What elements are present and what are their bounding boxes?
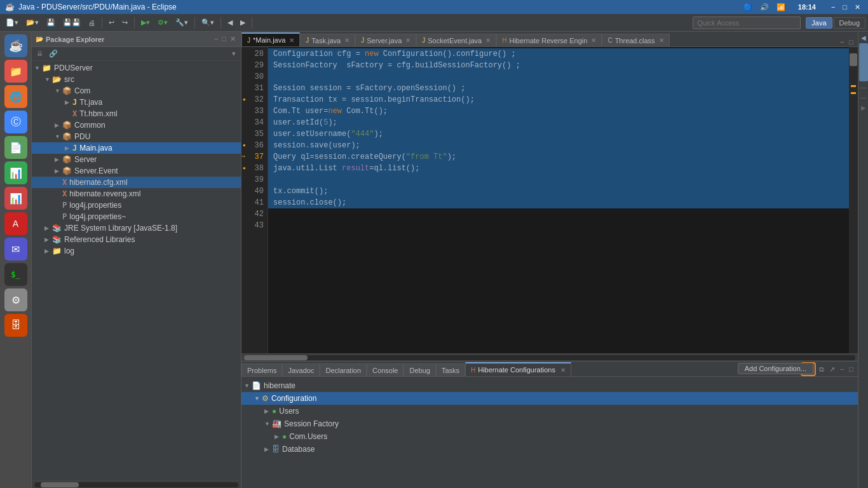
code-line-42[interactable]	[268, 208, 849, 220]
code-line-43[interactable]	[268, 220, 849, 231]
code-line-29[interactable]: SessionFactory sFactory = cfg.buildSessi…	[268, 60, 849, 71]
os-icon-doc[interactable]: 📄	[4, 136, 27, 159]
code-area[interactable]: Configuration cfg = new Configuration().…	[268, 47, 849, 353]
code-line-40[interactable]: tx.commit();	[268, 186, 849, 197]
tree-item-log[interactable]: ▶ 📁 log	[32, 245, 241, 257]
bottom-minimize-btn[interactable]: −	[838, 365, 846, 374]
tree-item-tt-hbm[interactable]: X Tt.hbm.xml	[32, 108, 241, 119]
tree-item-pdu[interactable]: ▼ 📦 PDU	[32, 131, 241, 142]
print-btn[interactable]: 🖨	[85, 17, 98, 29]
tree-item-ref-libs[interactable]: ▶ 📚 Referenced Libraries	[32, 234, 241, 245]
h-tree-session-factory[interactable]: ▼ 🏭 Session Factory	[241, 417, 858, 430]
rs-icon-3[interactable]: —	[859, 83, 868, 92]
minimize-btn[interactable]: −	[829, 3, 837, 11]
rs-icon-2[interactable]	[859, 43, 868, 81]
tab-tasks[interactable]: Tasks	[436, 363, 465, 376]
new-btn[interactable]: 📄▾	[3, 17, 22, 29]
os-icon-terminal[interactable]: $_	[4, 263, 27, 286]
tree-item-server-event[interactable]: ▶ 📦 Server.Event	[32, 165, 241, 177]
tab-task-java-close[interactable]: ✕	[344, 37, 349, 44]
rs-icon-4[interactable]: —	[859, 93, 868, 102]
run-btn[interactable]: ▶▾	[138, 17, 153, 29]
code-line-28[interactable]: Configuration cfg = new Configuration().…	[268, 48, 849, 60]
close-btn[interactable]: ✕	[852, 3, 863, 11]
tree-item-src[interactable]: ▼ 📂 src	[32, 74, 241, 85]
tree-item-common[interactable]: ▶ 📦 Common	[32, 119, 241, 131]
tab-hibernate-rev-close[interactable]: ✕	[591, 37, 596, 44]
collapse-all-btn[interactable]: ⇊	[34, 48, 45, 59]
os-icon-calc[interactable]: 📊	[4, 161, 27, 184]
bottom-maximize-btn[interactable]: □	[847, 365, 855, 374]
tree-item-server[interactable]: ▶ 📦 Server	[32, 154, 241, 165]
tree-item-log4j[interactable]: P log4j.properties	[32, 200, 241, 211]
os-icon-db[interactable]: 🗄	[4, 314, 27, 337]
view-menu-btn[interactable]: ▾	[229, 48, 238, 59]
add-configuration-btn[interactable]: Add Configuration...	[738, 363, 813, 374]
tree-item-hibernate-cfg[interactable]: X hibernate.cfg.xml	[32, 177, 241, 188]
tab-main-java[interactable]: J *Main.java ✕	[241, 32, 300, 46]
debug-run-btn[interactable]: ⚙▾	[154, 17, 171, 29]
bottom-export-btn[interactable]: ↗	[827, 365, 837, 374]
tree-item-pduserver[interactable]: ▼ 📁 PDUServer	[32, 62, 241, 74]
tab-javadoc[interactable]: Javadoc	[282, 363, 320, 376]
tab-socket-event[interactable]: J SocketEvent.java ✕	[416, 34, 496, 46]
ext-tools-btn[interactable]: 🔧▾	[172, 17, 191, 29]
tab-console[interactable]: Console	[367, 363, 403, 376]
code-line-36[interactable]: session.save(user);	[268, 140, 849, 151]
code-line-41[interactable]: session.close();	[268, 197, 849, 208]
os-icon-browser[interactable]: 🌐	[4, 85, 27, 108]
os-icon-mail[interactable]: ✉	[4, 238, 27, 261]
tree-item-hibernate-reveng[interactable]: X hibernate.reveng.xml	[32, 188, 241, 200]
code-line-33[interactable]: Com.Tt user=new Com.Tt();	[268, 105, 849, 117]
tab-thread-class[interactable]: C Thread.class ✕	[602, 34, 669, 46]
os-icon-eclipse[interactable]: ☕	[4, 34, 27, 57]
os-icon-files[interactable]: 📁	[4, 60, 27, 83]
code-line-35[interactable]: user.setUsername("444");	[268, 128, 849, 140]
prev-edit-btn[interactable]: ◀	[224, 17, 236, 29]
h-tree-com-users[interactable]: ▶ ● Com.Users	[241, 430, 858, 443]
save-btn[interactable]: 💾	[43, 17, 58, 29]
tab-hibernate-conf-close[interactable]: ✕	[560, 367, 566, 374]
undo-btn[interactable]: ↩	[105, 17, 118, 29]
h-tree-database[interactable]: ▶ 🗄 Database	[241, 443, 858, 456]
code-line-38[interactable]: java.util.List result=ql.list();	[268, 163, 849, 174]
minimize-panel-btn[interactable]: −	[213, 34, 219, 44]
tree-item-main-java[interactable]: ▶ J Main.java	[32, 142, 241, 154]
rs-icon-1[interactable]: ◀	[859, 33, 868, 42]
h-tree-configuration[interactable]: ▼ ⚙ Configuration	[241, 392, 858, 405]
code-line-31[interactable]: Session session = sFactory.openSession()…	[268, 83, 849, 94]
link-editor-btn[interactable]: 🔗	[46, 48, 60, 59]
tab-socket-event-close[interactable]: ✕	[485, 37, 491, 44]
save-all-btn[interactable]: 💾💾	[60, 17, 84, 29]
maximize-btn[interactable]: □	[840, 3, 850, 11]
tab-thread-class-close[interactable]: ✕	[659, 37, 664, 44]
os-icon-acrobat[interactable]: A	[4, 212, 27, 235]
redo-btn[interactable]: ↪	[119, 17, 131, 29]
tab-hibernate-conf[interactable]: H Hibernate Configurations ✕	[465, 362, 571, 376]
next-edit-btn[interactable]: ▶	[237, 17, 248, 29]
maximize-panel-btn[interactable]: □	[220, 34, 227, 44]
tab-hibernate-rev[interactable]: H Hibernate Reverse Engin ✕	[496, 34, 602, 46]
tree-item-com[interactable]: ▼ 📦 Com	[32, 85, 241, 97]
tab-debug[interactable]: Debug	[403, 363, 435, 376]
editor-maximize-btn[interactable]: □	[847, 37, 855, 46]
tree-item-log4j2[interactable]: P log4j.properties~	[32, 211, 241, 222]
os-icon-impress[interactable]: 📊	[4, 187, 27, 210]
os-icon-settings[interactable]: ⚙	[4, 288, 27, 311]
open-btn[interactable]: 📂▾	[23, 17, 42, 29]
code-line-37[interactable]: Query ql=session.createQuery("from Tt");	[268, 151, 849, 163]
editor-hscrollbar[interactable]	[241, 353, 858, 361]
h-tree-hibernate[interactable]: ▼ 📄 hibernate	[241, 379, 858, 392]
tab-server-java[interactable]: J Server.java ✕	[355, 34, 416, 46]
close-panel-btn[interactable]: ✕	[229, 34, 237, 44]
tree-item-jre[interactable]: ▶ 📚 JRE System Library [JavaSE-1.8]	[32, 222, 241, 234]
tab-task-java[interactable]: J Task.java ✕	[300, 34, 355, 46]
rs-icon-5[interactable]: ▶	[859, 103, 868, 112]
code-line-34[interactable]: user.setId(5);	[268, 117, 849, 128]
tab-declaration[interactable]: Declaration	[320, 363, 367, 376]
quick-access-input[interactable]	[693, 17, 801, 29]
code-line-32[interactable]: Transaction tx = session.beginTransactio…	[268, 94, 849, 105]
tab-main-java-close[interactable]: ✕	[289, 37, 294, 44]
os-icon-chrome[interactable]: Ⓒ	[4, 111, 27, 133]
editor-minimize-btn[interactable]: −	[838, 37, 846, 46]
